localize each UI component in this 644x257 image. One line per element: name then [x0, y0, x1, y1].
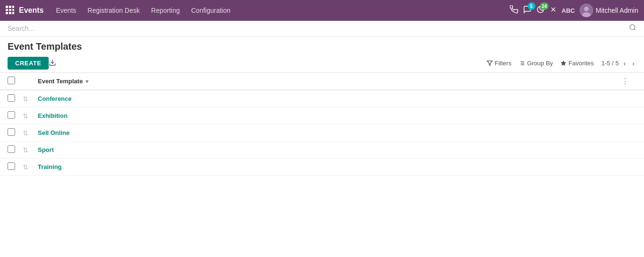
- table-row[interactable]: ⇅ Exhibition: [0, 107, 644, 124]
- row-checkbox-1[interactable]: [8, 111, 15, 119]
- svg-rect-8: [12, 12, 14, 14]
- top-navbar: Events Events Registration Desk Reportin…: [0, 0, 644, 21]
- svg-marker-24: [561, 61, 566, 65]
- svg-rect-7: [9, 12, 11, 14]
- select-all-checkbox[interactable]: [8, 77, 15, 84]
- moon-icon[interactable]: 24: [536, 5, 545, 16]
- moon-badge: 24: [540, 2, 548, 10]
- header-name-col: Event Template ▼: [38, 78, 621, 85]
- drag-handle-icon[interactable]: ⇅: [23, 146, 28, 154]
- row-drag-col: ⇅: [23, 95, 38, 103]
- svg-line-15: [634, 29, 635, 30]
- row-link-4[interactable]: Training: [38, 163, 62, 170]
- user-name: Mitchell Admin: [596, 7, 638, 14]
- filters-button[interactable]: Filters: [487, 60, 511, 67]
- nav-link-registration[interactable]: Registration Desk: [86, 5, 141, 16]
- groupby-label: Group By: [527, 60, 553, 67]
- svg-rect-3: [6, 9, 8, 11]
- drag-handle-icon[interactable]: ⇅: [23, 112, 28, 120]
- svg-marker-17: [487, 61, 492, 66]
- svg-point-12: [584, 7, 589, 11]
- row-drag-col: ⇅: [23, 129, 38, 137]
- groupby-button[interactable]: Group By: [519, 60, 553, 67]
- header-three-dots[interactable]: ⋮: [621, 77, 629, 85]
- row-drag-col: ⇅: [23, 146, 38, 154]
- column-header-label: Event Template: [38, 78, 83, 85]
- row-name-col: Sell Online: [38, 129, 636, 136]
- pagination: 1-5 / 5 ‹ ›: [601, 59, 636, 68]
- search-button[interactable]: [629, 24, 636, 33]
- row-name-col: Exhibition: [38, 112, 636, 119]
- create-button[interactable]: CREATE: [8, 57, 49, 70]
- chat-badge: 5: [528, 2, 535, 10]
- row-check-col: [8, 162, 23, 171]
- table-body: ⇅ Conference ⇅ Exhibition ⇅: [0, 90, 644, 176]
- row-link-0[interactable]: Conference: [38, 95, 72, 102]
- nav-link-events[interactable]: Events: [55, 5, 77, 16]
- row-drag-col: ⇅: [23, 163, 38, 171]
- close-icon[interactable]: [550, 6, 557, 15]
- row-check-col: [8, 94, 23, 103]
- row-name-col: Training: [38, 163, 636, 170]
- toolbar-right: Filters Group By Favorites 1-5 / 5 ‹ ›: [487, 59, 636, 68]
- abc-icon[interactable]: ABC: [562, 7, 575, 14]
- row-checkbox-3[interactable]: [8, 145, 15, 153]
- search-input[interactable]: [8, 25, 629, 32]
- favorites-button[interactable]: Favorites: [560, 60, 593, 67]
- svg-rect-6: [6, 12, 8, 14]
- main-toolbar: CREATE Filters Group By Favorites 1-5 / …: [0, 54, 644, 73]
- row-link-1[interactable]: Exhibition: [38, 112, 68, 119]
- search-bar: [0, 21, 644, 36]
- row-checkbox-0[interactable]: [8, 94, 15, 102]
- svg-rect-4: [9, 9, 11, 11]
- pagination-next[interactable]: ›: [630, 59, 636, 68]
- row-checkbox-2[interactable]: [8, 128, 15, 136]
- user-menu[interactable]: Mitchell Admin: [580, 4, 638, 17]
- row-link-2[interactable]: Sell Online: [38, 129, 69, 136]
- phone-icon[interactable]: [510, 5, 518, 16]
- row-checkbox-4[interactable]: [8, 162, 15, 170]
- drag-handle-icon[interactable]: ⇅: [23, 163, 28, 171]
- download-button[interactable]: [49, 59, 56, 68]
- sort-arrow-icon[interactable]: ▼: [85, 79, 90, 84]
- favorites-label: Favorites: [568, 60, 593, 67]
- svg-rect-1: [9, 6, 11, 8]
- nav-link-reporting[interactable]: Reporting: [150, 5, 181, 16]
- row-link-3[interactable]: Sport: [38, 146, 54, 153]
- pagination-text: 1-5 / 5: [601, 60, 619, 67]
- header-actions-col: ⋮: [621, 77, 636, 86]
- svg-point-14: [630, 25, 635, 30]
- row-name-col: Sport: [38, 146, 636, 153]
- nav-links: Events Registration Desk Reporting Confi…: [55, 5, 509, 16]
- drag-handle-icon[interactable]: ⇅: [23, 129, 28, 137]
- drag-handle-icon[interactable]: ⇅: [23, 95, 28, 103]
- row-drag-col: ⇅: [23, 112, 38, 120]
- topnav-actions: 5 24 ABC Mitchell Admin: [510, 4, 638, 17]
- table-header: Event Template ▼ ⋮: [0, 73, 644, 90]
- page-title: Event Templates: [8, 41, 82, 52]
- table-row[interactable]: ⇅ Sport: [0, 142, 644, 159]
- table-row[interactable]: ⇅ Conference: [0, 90, 644, 107]
- header-checkbox-col: [8, 77, 23, 86]
- table-row[interactable]: ⇅ Training: [0, 159, 644, 176]
- row-name-col: Conference: [38, 95, 636, 102]
- user-avatar: [580, 4, 593, 17]
- row-check-col: [8, 111, 23, 120]
- svg-rect-0: [6, 6, 8, 8]
- row-check-col: [8, 128, 23, 137]
- row-check-col: [8, 145, 23, 154]
- chat-icon[interactable]: 5: [523, 5, 532, 16]
- svg-rect-5: [12, 9, 14, 11]
- pagination-prev[interactable]: ‹: [622, 59, 628, 68]
- app-brand[interactable]: Events: [19, 6, 43, 15]
- svg-rect-2: [12, 6, 14, 8]
- page-content: Event Templates CREATE Filters Group By …: [0, 21, 644, 257]
- nav-link-configuration[interactable]: Configuration: [190, 5, 231, 16]
- table-row[interactable]: ⇅ Sell Online: [0, 124, 644, 142]
- filters-label: Filters: [495, 60, 511, 67]
- grid-icon[interactable]: [6, 6, 14, 16]
